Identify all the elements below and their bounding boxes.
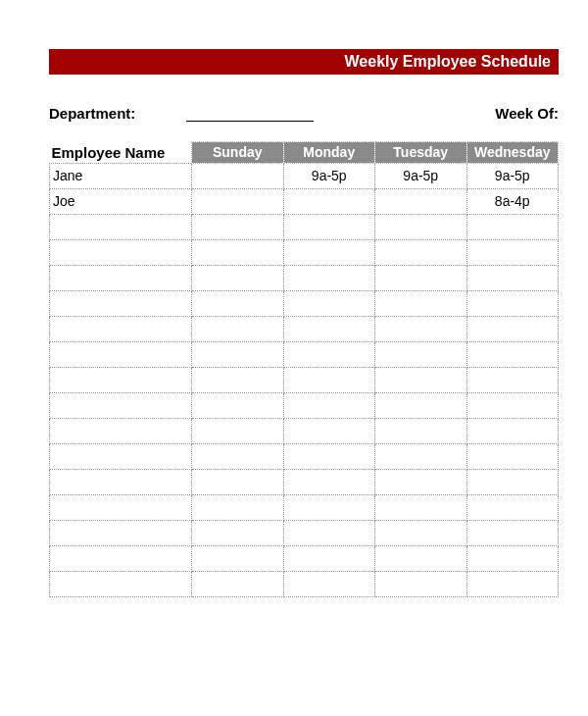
shift-cell[interactable] xyxy=(375,418,467,443)
shift-cell[interactable] xyxy=(283,520,375,545)
schedule-table: Employee Name Sunday Monday Tuesday Wedn… xyxy=(49,141,559,597)
shift-cell[interactable] xyxy=(192,316,284,341)
shift-cell[interactable]: 9a-5p xyxy=(283,163,375,188)
shift-cell[interactable] xyxy=(375,214,467,239)
shift-cell[interactable] xyxy=(375,443,467,469)
shift-cell[interactable] xyxy=(375,520,467,545)
shift-cell[interactable] xyxy=(375,545,467,571)
employee-name-cell[interactable] xyxy=(50,418,192,443)
shift-cell[interactable] xyxy=(192,163,284,188)
shift-cell[interactable] xyxy=(192,214,284,239)
shift-cell[interactable] xyxy=(375,469,467,494)
table-row xyxy=(50,571,559,596)
shift-cell[interactable] xyxy=(192,367,284,392)
shift-cell[interactable] xyxy=(192,418,284,443)
shift-cell[interactable] xyxy=(192,188,284,214)
page-title: Weekly Employee Schedule xyxy=(49,49,559,75)
shift-cell[interactable] xyxy=(283,290,375,316)
shift-cell[interactable] xyxy=(466,316,559,341)
employee-name-cell[interactable] xyxy=(50,290,192,316)
shift-cell[interactable]: 9a-5p xyxy=(466,163,559,188)
employee-name-cell[interactable] xyxy=(50,494,192,520)
shift-cell[interactable] xyxy=(283,341,375,367)
shift-cell[interactable] xyxy=(375,392,467,418)
shift-cell[interactable] xyxy=(283,392,375,418)
table-header-row: Employee Name Sunday Monday Tuesday Wedn… xyxy=(50,142,559,164)
shift-cell[interactable] xyxy=(283,188,375,214)
employee-name-cell[interactable] xyxy=(50,239,192,265)
employee-name-cell[interactable] xyxy=(50,443,192,469)
employee-name-cell[interactable] xyxy=(50,316,192,341)
shift-cell[interactable] xyxy=(466,520,559,545)
shift-cell[interactable] xyxy=(466,392,559,418)
employee-name-cell[interactable] xyxy=(50,571,192,596)
shift-cell[interactable] xyxy=(192,443,284,469)
shift-cell[interactable] xyxy=(375,316,467,341)
shift-cell[interactable] xyxy=(192,290,284,316)
employee-name-cell[interactable] xyxy=(50,392,192,418)
table-row xyxy=(50,265,559,290)
shift-cell[interactable] xyxy=(192,469,284,494)
shift-cell[interactable] xyxy=(466,341,559,367)
shift-cell[interactable] xyxy=(192,341,284,367)
table-row xyxy=(50,443,559,469)
shift-cell[interactable] xyxy=(192,520,284,545)
shift-cell[interactable] xyxy=(466,469,559,494)
shift-cell[interactable] xyxy=(192,239,284,265)
shift-cell[interactable] xyxy=(466,367,559,392)
employee-name-cell[interactable] xyxy=(50,469,192,494)
shift-cell[interactable] xyxy=(283,545,375,571)
shift-cell[interactable] xyxy=(466,443,559,469)
shift-cell[interactable] xyxy=(192,494,284,520)
table-row xyxy=(50,316,559,341)
shift-cell[interactable] xyxy=(375,341,467,367)
shift-cell[interactable] xyxy=(375,367,467,392)
shift-cell[interactable] xyxy=(192,392,284,418)
shift-cell[interactable] xyxy=(192,265,284,290)
shift-cell[interactable] xyxy=(466,265,559,290)
employee-name-cell[interactable] xyxy=(50,265,192,290)
table-row: Jane9a-5p9a-5p9a-5p xyxy=(50,163,559,188)
shift-cell[interactable] xyxy=(283,469,375,494)
shift-cell[interactable] xyxy=(466,290,559,316)
shift-cell[interactable] xyxy=(466,239,559,265)
shift-cell[interactable]: 8a-4p xyxy=(466,188,559,214)
department-label: Department: xyxy=(49,105,176,122)
shift-cell[interactable] xyxy=(283,367,375,392)
shift-cell[interactable] xyxy=(283,265,375,290)
shift-cell[interactable] xyxy=(466,545,559,571)
shift-cell[interactable] xyxy=(375,239,467,265)
shift-cell[interactable] xyxy=(283,443,375,469)
employee-name-cell[interactable] xyxy=(50,520,192,545)
employee-name-cell[interactable]: Joe xyxy=(50,188,192,214)
shift-cell[interactable] xyxy=(283,239,375,265)
table-row xyxy=(50,367,559,392)
employee-name-cell[interactable] xyxy=(50,367,192,392)
employee-name-cell[interactable]: Jane xyxy=(50,163,192,188)
shift-cell[interactable] xyxy=(375,188,467,214)
shift-cell[interactable] xyxy=(466,571,559,596)
shift-cell[interactable] xyxy=(375,290,467,316)
shift-cell[interactable] xyxy=(283,214,375,239)
shift-cell[interactable] xyxy=(375,571,467,596)
department-field[interactable] xyxy=(186,104,314,122)
employee-name-cell[interactable] xyxy=(50,214,192,239)
shift-cell[interactable] xyxy=(466,418,559,443)
shift-cell[interactable] xyxy=(283,316,375,341)
shift-cell[interactable] xyxy=(375,494,467,520)
employee-name-cell[interactable] xyxy=(50,341,192,367)
shift-cell[interactable] xyxy=(283,571,375,596)
shift-cell[interactable] xyxy=(283,418,375,443)
shift-cell[interactable] xyxy=(375,265,467,290)
col-day-wednesday: Wednesday xyxy=(466,142,559,164)
shift-cell[interactable] xyxy=(192,545,284,571)
shift-cell[interactable] xyxy=(192,571,284,596)
col-day-tuesday: Tuesday xyxy=(375,142,467,164)
shift-cell[interactable] xyxy=(466,494,559,520)
shift-cell[interactable] xyxy=(466,214,559,239)
employee-name-cell[interactable] xyxy=(50,545,192,571)
shift-cell[interactable] xyxy=(283,494,375,520)
table-row xyxy=(50,214,559,239)
col-day-monday: Monday xyxy=(283,142,375,164)
shift-cell[interactable]: 9a-5p xyxy=(375,163,467,188)
